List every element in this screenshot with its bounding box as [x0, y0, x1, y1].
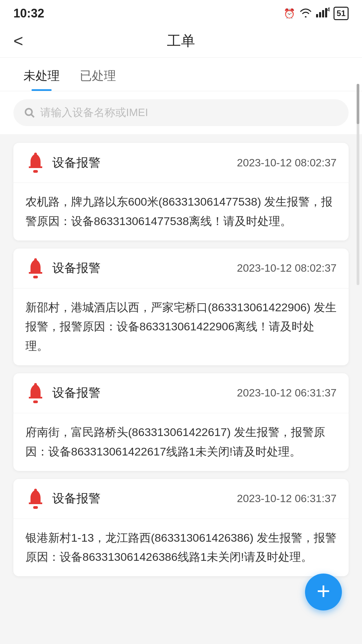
- alert-header: 设备报警 2023-10-12 06:31:37: [13, 373, 349, 413]
- fab-plus-icon: +: [317, 579, 330, 603]
- alert-card[interactable]: 设备报警 2023-10-12 06:31:37 银港新村1-13，龙江路西(8…: [13, 479, 349, 577]
- alert-body: 府南街，富民路桥头(863313061422617) 发生报警，报警原因：设备8…: [13, 413, 349, 471]
- bell-icon: [25, 382, 46, 404]
- tab-bar: 未处理 已处理: [0, 58, 362, 91]
- alert-time: 2023-10-12 08:02:37: [237, 262, 337, 274]
- alert-header: 设备报警 2023-10-12 08:02:37: [13, 143, 349, 183]
- status-icons: ⏰ 4G 51: [284, 7, 349, 20]
- svg-text:4G: 4G: [327, 7, 329, 12]
- svg-rect-11: [33, 400, 38, 403]
- svg-rect-1: [319, 12, 321, 17]
- search-container: 请输入设备名称或IMEI: [0, 91, 362, 134]
- search-bar[interactable]: 请输入设备名称或IMEI: [13, 99, 349, 126]
- signal-icon: 4G: [316, 7, 329, 20]
- alarm-icon: ⏰: [284, 8, 295, 19]
- wifi-icon: [299, 7, 312, 20]
- tab-processed[interactable]: 已处理: [70, 58, 126, 91]
- search-icon: [23, 107, 36, 119]
- alert-title: 设备报警: [52, 385, 101, 401]
- alert-time: 2023-10-12 08:02:37: [237, 157, 337, 169]
- scrollbar-thumb[interactable]: [357, 84, 359, 124]
- search-placeholder: 请输入设备名称或IMEI: [40, 105, 148, 120]
- svg-point-12: [34, 383, 37, 386]
- status-time: 10:32: [13, 6, 44, 20]
- alert-card[interactable]: 设备报警 2023-10-12 08:02:37 农机路，牌九路以东600米(8…: [13, 143, 349, 240]
- bell-icon: [25, 152, 46, 174]
- alert-time: 2023-10-12 06:31:37: [237, 492, 337, 505]
- svg-point-5: [25, 109, 32, 115]
- scrollbar[interactable]: [357, 84, 359, 285]
- bell-icon: [25, 488, 46, 510]
- svg-rect-2: [322, 10, 324, 17]
- alert-title: 设备报警: [52, 490, 101, 507]
- page-header: < 工单: [0, 24, 362, 58]
- svg-line-6: [31, 114, 34, 117]
- alert-list: 设备报警 2023-10-12 08:02:37 农机路，牌九路以东600米(8…: [0, 136, 362, 583]
- fab-button[interactable]: +: [305, 574, 342, 610]
- bell-icon: [25, 257, 46, 279]
- page-title: 工单: [34, 32, 328, 50]
- svg-point-8: [34, 153, 37, 155]
- back-button[interactable]: <: [13, 33, 34, 49]
- alert-card[interactable]: 设备报警 2023-10-12 06:31:37 府南街，富民路桥头(86331…: [13, 373, 349, 471]
- svg-point-14: [34, 489, 37, 491]
- alert-body: 新邵村，港城酒店以西，严家宅桥口(863313061422906) 发生报警，报…: [13, 288, 349, 365]
- tab-unprocessed[interactable]: 未处理: [13, 58, 70, 91]
- alert-title: 设备报警: [52, 260, 101, 276]
- status-bar: 10:32 ⏰ 4G 51: [0, 0, 362, 24]
- svg-rect-9: [33, 276, 38, 278]
- battery-indicator: 51: [334, 7, 349, 20]
- svg-rect-7: [33, 170, 38, 173]
- alert-time: 2023-10-12 06:31:37: [237, 387, 337, 399]
- alert-header: 设备报警 2023-10-12 08:02:37: [13, 249, 349, 288]
- svg-rect-0: [316, 14, 318, 17]
- alert-title: 设备报警: [52, 155, 101, 171]
- alert-body: 农机路，牌九路以东600米(863313061477538) 发生报警，报警原因…: [13, 183, 349, 240]
- alert-header: 设备报警 2023-10-12 06:31:37: [13, 479, 349, 519]
- svg-rect-13: [33, 506, 38, 509]
- svg-point-10: [34, 258, 37, 261]
- alert-card[interactable]: 设备报警 2023-10-12 08:02:37 新邵村，港城酒店以西，严家宅桥…: [13, 249, 349, 365]
- alert-body: 银港新村1-13，龙江路西(863313061426386) 发生报警，报警原因…: [13, 519, 349, 577]
